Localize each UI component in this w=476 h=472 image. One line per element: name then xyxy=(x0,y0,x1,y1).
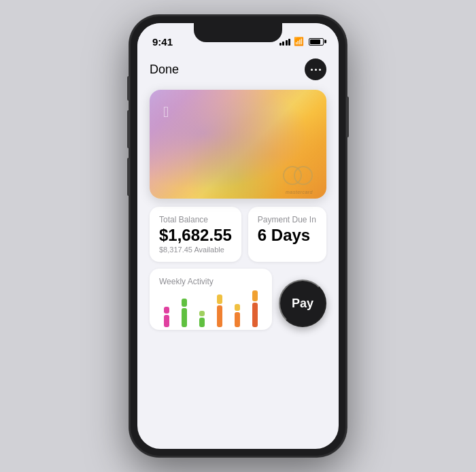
status-time: 9:41 xyxy=(152,36,173,48)
bar-bottom-4 xyxy=(235,312,240,327)
content-area: Done  mastercard xyxy=(137,53,339,449)
pay-label: Pay xyxy=(292,297,313,311)
more-dots-icon xyxy=(311,69,321,71)
bar-bottom-3 xyxy=(217,305,222,327)
pay-button[interactable]: Pay xyxy=(279,280,326,327)
status-icons: 📶 xyxy=(279,37,324,46)
bar-bottom-1 xyxy=(182,308,187,327)
weekly-activity-label: Weekly Activity xyxy=(159,277,262,286)
bottom-row: Weekly Activity Pay xyxy=(150,269,326,330)
bar-top-0 xyxy=(164,307,169,314)
power-button[interactable] xyxy=(346,97,349,137)
apple-card[interactable]:  mastercard xyxy=(150,90,326,199)
bar-group-3 xyxy=(213,294,227,327)
total-balance-card: Total Balance $1,682.55 $8,317.45 Availa… xyxy=(150,207,241,262)
phone-screen: 9:41 📶 Done xyxy=(137,23,339,449)
battery-icon xyxy=(309,38,324,46)
info-row: Total Balance $1,682.55 $8,317.45 Availa… xyxy=(150,207,326,262)
payment-due-label: Payment Due In xyxy=(258,215,317,224)
bar-group-4 xyxy=(231,304,245,327)
mastercard-label: mastercard xyxy=(286,190,313,195)
bar-bottom-5 xyxy=(252,303,258,327)
available-balance: $8,317.45 Available xyxy=(159,246,232,254)
payment-due-value: 6 Days xyxy=(258,226,317,244)
payment-due-card: Payment Due In 6 Days xyxy=(248,207,326,262)
bar-top-1 xyxy=(182,299,187,307)
bar-bottom-2 xyxy=(199,318,205,327)
notch xyxy=(194,23,282,42)
bar-top-3 xyxy=(217,294,222,304)
total-balance-label: Total Balance xyxy=(159,215,232,224)
total-balance-value: $1,682.55 xyxy=(159,226,232,244)
bar-top-5 xyxy=(252,290,258,301)
volume-up-button[interactable] xyxy=(127,76,130,101)
mastercard-logo: mastercard xyxy=(283,166,313,185)
more-button[interactable] xyxy=(305,58,326,80)
apple-logo-icon:  xyxy=(163,103,169,121)
bar-top-2 xyxy=(199,311,205,316)
mute-switch[interactable] xyxy=(127,158,130,196)
bar-group-1 xyxy=(177,299,191,327)
bar-group-0 xyxy=(159,307,173,327)
bar-chart xyxy=(159,292,262,327)
phone-frame: 9:41 📶 Done xyxy=(129,15,347,457)
wifi-icon: 📶 xyxy=(294,37,304,46)
done-button[interactable]: Done xyxy=(150,63,179,77)
bar-bottom-0 xyxy=(164,315,169,327)
bar-group-2 xyxy=(194,311,209,327)
app-header: Done xyxy=(150,58,326,80)
signal-icon xyxy=(279,37,291,46)
volume-down-button[interactable] xyxy=(127,110,130,148)
bar-group-5 xyxy=(248,290,262,327)
weekly-activity-card: Weekly Activity xyxy=(150,269,272,330)
bar-top-4 xyxy=(235,304,240,311)
